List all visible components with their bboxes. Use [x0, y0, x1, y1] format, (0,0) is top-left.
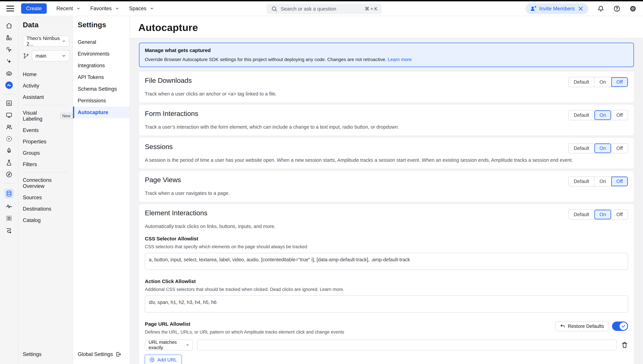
- project-selector[interactable]: Theo's Nimbus 2...: [23, 36, 69, 47]
- people-icon[interactable]: [5, 123, 13, 131]
- sidebar-item-settings[interactable]: Settings: [23, 351, 73, 357]
- toggle-option-off[interactable]: Off: [611, 177, 628, 186]
- sidebar-item-visual-labeling[interactable]: Visual Labeling New: [23, 107, 73, 124]
- invite-members-button[interactable]: Invite Members: [525, 3, 588, 14]
- bar-chart-icon[interactable]: [5, 100, 13, 107]
- settings-nav-item-api-tokens[interactable]: API Tokens: [73, 72, 130, 83]
- app-window: Create Recent Favorites Spaces Search or…: [0, 0, 643, 364]
- sidebar-item-label: Events: [23, 127, 39, 133]
- sparkles-icon[interactable]: [5, 58, 13, 65]
- create-button[interactable]: Create: [21, 3, 47, 14]
- page-title: Autocapture: [138, 22, 643, 33]
- project-selector-value: Theo's Nimbus 2...: [27, 36, 62, 47]
- shapes-icon[interactable]: [5, 34, 13, 41]
- sidebar-item-catalog[interactable]: Catalog: [23, 214, 73, 226]
- toggle-option-on[interactable]: On: [594, 177, 611, 186]
- sidebar-item-events[interactable]: Events: [23, 124, 73, 136]
- sidebar-item-connections-overview[interactable]: Connections Overview: [23, 174, 73, 192]
- settings-gear-icon[interactable]: [629, 5, 637, 12]
- session-replay-icon[interactable]: [5, 135, 13, 142]
- home-icon[interactable]: [5, 22, 13, 30]
- search-input[interactable]: Search or ask a question ⌘ + K: [266, 4, 382, 14]
- toggle-option-default[interactable]: Default: [569, 210, 594, 219]
- toggle-option-off[interactable]: Off: [611, 144, 628, 153]
- toggle-option-default[interactable]: Default: [569, 110, 594, 120]
- settings-nav-item-autocapture[interactable]: Autocapture: [73, 106, 130, 118]
- css-selector-allowlist-label: CSS Selector Allowlist: [145, 236, 628, 242]
- top-navigation-bar: Create Recent Favorites Spaces Search or…: [0, 1, 643, 16]
- learn-more-link[interactable]: Learn more: [388, 57, 412, 62]
- help-icon[interactable]: [613, 5, 620, 12]
- sidebar-item-assistant[interactable]: Assistant: [23, 92, 73, 103]
- sidebar-item-activity[interactable]: Activity: [23, 80, 73, 92]
- toggle-option-default[interactable]: Default: [569, 77, 594, 87]
- external-link-icon: [116, 351, 122, 357]
- page-url-allowlist-toggle[interactable]: [612, 322, 628, 331]
- menu-favorites-label: Favorites: [90, 6, 112, 12]
- sidebar-item-label: Visual Labeling: [23, 110, 57, 122]
- sidebar-title: Data: [23, 21, 73, 29]
- toggle-option-on[interactable]: On: [594, 144, 611, 153]
- settings-nav-item-environments[interactable]: Environments: [73, 48, 130, 60]
- menu-recent[interactable]: Recent: [57, 6, 81, 12]
- hamburger-menu-icon[interactable]: [6, 6, 14, 12]
- form-interactions-toggle: Default On Off: [568, 110, 628, 120]
- global-settings-label: Global Settings: [78, 351, 113, 357]
- url-match-type-select[interactable]: URL matches exactly: [145, 340, 193, 350]
- menu-favorites[interactable]: Favorites: [90, 6, 119, 12]
- toggle-option-off[interactable]: Off: [611, 110, 628, 120]
- toggle-option-on[interactable]: On: [594, 210, 611, 219]
- toggle-option-default[interactable]: Default: [569, 144, 594, 153]
- action-click-allowlist-input[interactable]: div, span, h1, h2, h3, h4, h5, h6: [145, 296, 628, 312]
- settings-nav-item-permissions[interactable]: Permissions: [73, 95, 130, 106]
- selection-box-icon[interactable]: [5, 214, 13, 222]
- sidebar-item-properties[interactable]: Properties: [23, 136, 73, 147]
- new-badge: New: [60, 113, 73, 119]
- settings-nav-item-general[interactable]: General: [73, 36, 130, 48]
- notifications-bell-icon[interactable]: [597, 5, 604, 12]
- sidebar-item-filters[interactable]: Filters: [23, 159, 73, 170]
- toggle-option-default[interactable]: Default: [569, 177, 594, 186]
- settings-nav-item-schema-settings[interactable]: Schema Settings: [73, 83, 130, 95]
- sidebar-item-home[interactable]: Home: [23, 69, 73, 80]
- flame-icon[interactable]: [5, 147, 13, 154]
- menu-spaces[interactable]: Spaces: [129, 6, 154, 12]
- add-url-button[interactable]: Add URL: [145, 355, 181, 364]
- robot-icon[interactable]: [5, 70, 13, 77]
- css-selector-allowlist-input[interactable]: a, button, input, select, textarea, labe…: [145, 253, 628, 270]
- toggle-option-on[interactable]: On: [594, 77, 611, 87]
- toggle-option-on[interactable]: On: [594, 110, 611, 120]
- toggle-knob: [619, 322, 627, 330]
- sidebar-item-sources[interactable]: Sources: [23, 192, 73, 203]
- close-icon[interactable]: [577, 5, 584, 12]
- rail-divider: [4, 94, 15, 94]
- sidebar-item-label: Groups: [23, 150, 40, 156]
- url-pattern-input[interactable]: [197, 340, 617, 350]
- restore-defaults-button[interactable]: Restore Defaults: [555, 321, 608, 331]
- rail-divider: [4, 183, 15, 184]
- route-icon[interactable]: [5, 226, 13, 234]
- settings-nav-item-integrations[interactable]: Integrations: [73, 60, 130, 72]
- sidebar-item-groups[interactable]: Groups: [23, 147, 73, 159]
- cursor-click-icon[interactable]: [5, 46, 13, 53]
- branch-selector[interactable]: main: [32, 50, 70, 62]
- compass-icon[interactable]: [5, 171, 13, 178]
- flask-icon[interactable]: [5, 159, 13, 166]
- pulse-icon[interactable]: [5, 203, 13, 210]
- trash-icon[interactable]: [621, 342, 628, 348]
- chevron-down-icon: [150, 6, 154, 11]
- section-title: Page Views: [145, 176, 181, 184]
- settings-nav-title: Settings: [78, 21, 130, 29]
- sidebar-item-destinations[interactable]: Destinations: [23, 203, 73, 214]
- element-interactions-toggle: Default On Off: [568, 210, 628, 220]
- info-banner: Manage what gets captured Override Brows…: [139, 43, 634, 67]
- sidebar-item-label: Sources: [23, 194, 42, 200]
- database-icon[interactable]: [4, 189, 14, 198]
- chevron-down-icon: [62, 54, 66, 58]
- toggle-option-off[interactable]: Off: [611, 210, 628, 219]
- global-settings-link[interactable]: Global Settings: [78, 351, 130, 357]
- monitor-icon[interactable]: [5, 112, 13, 119]
- page-header: Autocapture: [130, 16, 643, 38]
- amplitude-wave-icon[interactable]: [5, 82, 13, 89]
- toggle-option-off[interactable]: Off: [611, 77, 628, 87]
